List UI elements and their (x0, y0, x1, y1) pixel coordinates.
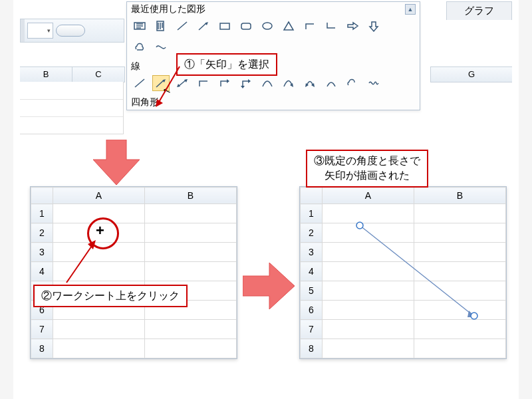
shape-line-icon[interactable] (174, 18, 191, 34)
shape-curve-icon[interactable] (259, 75, 276, 91)
svg-point-37 (356, 222, 363, 229)
shape-elbow-double-icon[interactable] (237, 75, 255, 91)
shape-elbow-arrow-icon[interactable] (216, 75, 233, 91)
shape-curve-double-icon[interactable] (301, 75, 319, 91)
drawn-arrow-shape[interactable] (353, 219, 486, 325)
svg-line-8 (178, 22, 187, 30)
row-8b[interactable]: 8 (301, 339, 323, 358)
cell[interactable] (145, 320, 237, 339)
row-6b[interactable]: 6 (301, 301, 323, 320)
svg-rect-12 (241, 23, 251, 29)
row-2b[interactable]: 2 (301, 223, 323, 243)
panel-title: 最近使用した図形 (131, 3, 205, 15)
shape-ellipse-icon[interactable] (259, 18, 276, 34)
row-8[interactable]: 8 (31, 339, 53, 358)
svg-marker-25 (241, 86, 245, 88)
cell[interactable] (53, 339, 145, 358)
col-B[interactable]: B (20, 67, 72, 82)
scroll-up-icon[interactable]: ▲ (405, 4, 416, 15)
row-3b[interactable]: 3 (301, 243, 323, 262)
callout-2-pointer-icon (60, 236, 106, 289)
empty-cells-left[interactable] (20, 82, 124, 134)
callout-2: ②ワークシート上をクリック (33, 285, 188, 307)
shape-rect-icon[interactable] (216, 18, 233, 34)
tab-chart[interactable]: グラフ (446, 1, 512, 20)
font-dropdown[interactable]: ▾ (27, 23, 53, 39)
big-arrow-down-icon (93, 140, 140, 186)
cell[interactable] (53, 320, 145, 339)
cell[interactable] (323, 339, 414, 358)
shape-elbow2-icon[interactable] (323, 18, 340, 34)
svg-line-17 (135, 79, 144, 87)
shape-scribble-icon[interactable] (365, 75, 382, 91)
col-A-2[interactable]: A (323, 188, 414, 204)
row-4[interactable]: 4 (31, 262, 53, 281)
shape-block-arrow-right-icon[interactable] (344, 18, 361, 34)
shape-triangle-icon[interactable] (280, 18, 297, 34)
shape-arrow-line-icon[interactable] (195, 18, 212, 34)
callout-3-line1: ③既定の角度と長さで (314, 155, 420, 166)
shape-curve-arrow-icon[interactable] (280, 75, 297, 91)
shape-line2-icon[interactable] (131, 75, 148, 91)
cell[interactable] (145, 339, 237, 358)
svg-marker-24 (248, 79, 251, 83)
row-7[interactable]: 7 (31, 320, 53, 339)
shape-freeform2-icon[interactable] (344, 75, 361, 91)
svg-marker-14 (284, 22, 293, 30)
shape-arc-icon[interactable] (323, 75, 340, 91)
toolbar-fragment: ▾ (20, 19, 124, 43)
svg-marker-33 (88, 240, 96, 249)
cell[interactable] (145, 243, 237, 262)
col-A-1[interactable]: A (53, 188, 145, 204)
row-1b[interactable]: 1 (301, 204, 323, 223)
row-4b[interactable]: 4 (301, 262, 323, 281)
row-5b[interactable]: 5 (301, 281, 323, 301)
svg-marker-28 (305, 83, 309, 87)
svg-marker-31 (93, 140, 140, 185)
col-G[interactable]: G (430, 66, 512, 82)
svg-marker-34 (243, 263, 295, 309)
toolbar-grip (21, 19, 25, 42)
panel-header: 最近使用した図形 ▲ (127, 2, 420, 17)
cell[interactable] (145, 223, 237, 243)
shape-cloud-icon[interactable] (131, 39, 148, 55)
toolbar-pill-button[interactable] (56, 25, 85, 37)
col-B-2[interactable]: B (414, 188, 506, 204)
svg-marker-15 (348, 23, 358, 29)
row-2[interactable]: 2 (31, 223, 53, 243)
callout-3: ③既定の角度と長さで 矢印が描画された (306, 150, 428, 188)
cell[interactable] (145, 204, 237, 223)
cell[interactable] (414, 339, 506, 358)
callout-1-text: ①「矢印」を選択 (184, 59, 269, 70)
big-arrow-right-icon (243, 263, 296, 309)
row-7b[interactable]: 7 (301, 320, 323, 339)
svg-marker-16 (370, 22, 378, 31)
col-headers-left: B C (20, 66, 125, 82)
shape-textbox-h-icon[interactable] (131, 18, 148, 34)
svg-point-13 (263, 23, 272, 29)
svg-line-29 (158, 66, 180, 103)
svg-line-32 (66, 244, 93, 283)
col-B-1[interactable]: B (145, 188, 237, 204)
shape-roundrect-icon[interactable] (237, 18, 255, 34)
svg-marker-23 (227, 79, 229, 83)
select-all-corner[interactable] (31, 188, 53, 204)
svg-line-35 (360, 225, 473, 315)
shape-elbow-connector-icon[interactable] (195, 75, 212, 91)
shape-block-arrow-down-icon[interactable] (365, 18, 382, 34)
worksheet-after: A B 1 2 3 4 5 6 7 8 (299, 186, 507, 359)
select-all-corner-2[interactable] (301, 188, 323, 204)
svg-point-38 (471, 313, 477, 319)
svg-rect-11 (220, 23, 229, 29)
shape-textbox-v-icon[interactable] (152, 18, 170, 34)
callout-3-line2: 矢印が描画された (325, 170, 410, 181)
callout-2-text: ②ワークシート上をクリック (41, 290, 180, 301)
col-C[interactable]: C (72, 67, 125, 82)
shape-elbow1-icon[interactable] (301, 18, 319, 34)
svg-marker-27 (311, 83, 315, 87)
row-1[interactable]: 1 (31, 204, 53, 223)
callout-1-pointer-icon (153, 63, 193, 110)
row-3[interactable]: 3 (31, 243, 53, 262)
cell[interactable] (145, 262, 237, 281)
shape-freeform-icon[interactable] (152, 39, 170, 55)
